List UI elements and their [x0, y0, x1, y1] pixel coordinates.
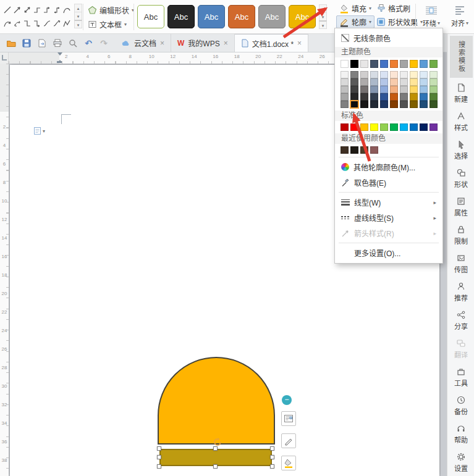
color-swatch[interactable] [350, 71, 358, 78]
color-swatch[interactable] [341, 60, 349, 68]
arch-shape[interactable] [158, 357, 275, 445]
shape-gallery-item[interactable] [62, 4, 72, 16]
color-swatch[interactable] [350, 93, 358, 101]
gallery-scroll-down-icon[interactable]: ▾ [74, 12, 82, 20]
color-swatch[interactable] [410, 93, 418, 101]
color-swatch[interactable] [370, 71, 378, 78]
sidebar-item-restrict[interactable]: 限制 [447, 222, 474, 249]
color-swatch[interactable] [410, 86, 418, 93]
shape-gallery-item[interactable] [62, 17, 72, 30]
color-swatch[interactable] [360, 101, 368, 108]
color-swatch[interactable] [390, 78, 398, 86]
color-swatch[interactable] [360, 78, 368, 86]
color-swatch[interactable] [390, 93, 398, 101]
color-swatch[interactable] [360, 93, 368, 101]
color-swatch[interactable] [410, 60, 418, 68]
sidebar-item-recommend[interactable]: 推荐 [447, 278, 474, 306]
color-swatch[interactable] [380, 101, 388, 108]
shape-gallery-item[interactable] [12, 4, 22, 16]
tab-cloud-docs[interactable]: 云文档 × [115, 34, 171, 52]
shape-style-preset[interactable]: Abc [228, 5, 255, 28]
color-swatch[interactable] [430, 123, 438, 131]
edit-shape-button[interactable]: 编辑形状 ▾ [85, 4, 137, 17]
menu-item-line-style[interactable]: 线型(W) ▸ [335, 194, 442, 210]
color-swatch[interactable] [370, 146, 378, 154]
tab-close-icon[interactable]: × [297, 39, 302, 48]
gallery-scroll-up-icon[interactable]: ▴ [74, 4, 82, 12]
color-swatch[interactable] [380, 78, 388, 86]
color-swatch[interactable] [360, 146, 368, 154]
color-swatch[interactable] [370, 78, 378, 86]
color-swatch[interactable] [430, 86, 438, 93]
resize-handle[interactable] [270, 446, 274, 451]
color-swatch[interactable] [370, 101, 378, 108]
fill-button[interactable]: 填充 ▾ [336, 2, 375, 15]
shape-gallery-item[interactable] [42, 17, 52, 30]
sidebar-item-shapes[interactable]: 形状 [447, 165, 474, 192]
resize-handle[interactable] [157, 464, 161, 469]
shape-gallery-item[interactable] [22, 4, 32, 16]
print-icon[interactable] [52, 38, 63, 49]
color-swatch[interactable] [400, 123, 408, 131]
text-box-button[interactable]: 文本框 ▾ [85, 18, 129, 31]
resize-handle[interactable] [213, 446, 218, 451]
color-swatch[interactable] [430, 71, 438, 78]
sidebar-item-upload-image[interactable]: 传图 [447, 250, 474, 277]
menu-item-more-outline-colors[interactable]: 其他轮廓颜色(M)... [335, 159, 442, 175]
shape-gallery-item[interactable] [32, 17, 42, 30]
menu-item-more-settings[interactable]: 更多设置(O)... [335, 245, 442, 261]
color-swatch[interactable] [400, 78, 408, 86]
shape-outline-quick-button[interactable] [281, 433, 296, 448]
shape-gallery-item[interactable] [2, 4, 12, 16]
color-swatch[interactable] [350, 60, 358, 68]
sidebar-item-help[interactable]: 帮助 [447, 420, 474, 448]
hanging-indent-marker[interactable] [57, 57, 62, 63]
sidebar-item-properties[interactable]: 属性 [447, 193, 474, 220]
shape-gallery-item[interactable] [52, 17, 62, 30]
sidebar-item-settings[interactable]: 设置 [447, 449, 474, 476]
format-painter-button[interactable]: 格式刷 [373, 2, 413, 15]
tab-document1[interactable]: 文档1.docx * × [235, 34, 308, 52]
align-button[interactable]: 对齐▾ [446, 2, 473, 31]
color-swatch[interactable] [380, 71, 388, 78]
color-swatch[interactable] [360, 86, 368, 93]
color-swatch[interactable] [341, 146, 349, 154]
sidebar-item-share[interactable]: 分享 [447, 307, 474, 334]
shape-style-preset[interactable]: Abc [137, 5, 164, 28]
shape-gallery-item[interactable] [32, 4, 42, 16]
collapse-toolbar-button[interactable]: − [282, 395, 292, 405]
selected-rectangle-shape[interactable] [159, 449, 272, 466]
menu-item-no-line-color[interactable]: 无线条颜色 [335, 30, 442, 46]
tab-close-icon[interactable]: × [224, 39, 228, 48]
sidebar-item-styles[interactable]: 样式 [447, 108, 474, 135]
color-swatch[interactable] [390, 86, 398, 93]
color-swatch[interactable] [370, 86, 378, 93]
resize-handle[interactable] [157, 446, 161, 451]
color-swatch[interactable] [420, 101, 428, 108]
sidebar-item-tools[interactable]: 工具 [447, 364, 474, 391]
color-swatch[interactable] [370, 123, 378, 131]
color-swatch[interactable] [400, 71, 408, 78]
color-swatch[interactable] [400, 101, 408, 108]
color-swatch[interactable] [380, 123, 388, 131]
layout-options-button[interactable] [281, 411, 296, 426]
color-swatch[interactable] [400, 86, 408, 93]
color-swatch[interactable] [420, 60, 428, 68]
shape-style-preset[interactable]: Abc [167, 5, 195, 28]
color-swatch[interactable] [380, 60, 388, 68]
shape-fill-quick-button[interactable] [281, 456, 296, 470]
gallery-scroll-down-icon[interactable]: ▾ [319, 12, 327, 21]
shape-gallery-item[interactable] [42, 4, 52, 16]
tab-close-icon[interactable]: × [160, 39, 164, 48]
wrap-button[interactable]: 环绕▾ [418, 2, 445, 31]
undo-icon[interactable]: ↶ [83, 38, 94, 49]
outline-button[interactable]: 轮廓 ▾ [336, 15, 375, 28]
color-swatch[interactable] [341, 78, 349, 86]
menu-item-dash-style[interactable]: 虚线线型(S) ▸ [335, 210, 442, 225]
print-preview-icon[interactable] [67, 38, 78, 49]
color-swatch[interactable] [410, 101, 418, 108]
color-swatch[interactable] [410, 71, 418, 78]
sidebar-item-backup[interactable]: 备份 [447, 392, 474, 419]
color-swatch[interactable] [350, 101, 358, 108]
color-swatch[interactable] [390, 123, 398, 131]
